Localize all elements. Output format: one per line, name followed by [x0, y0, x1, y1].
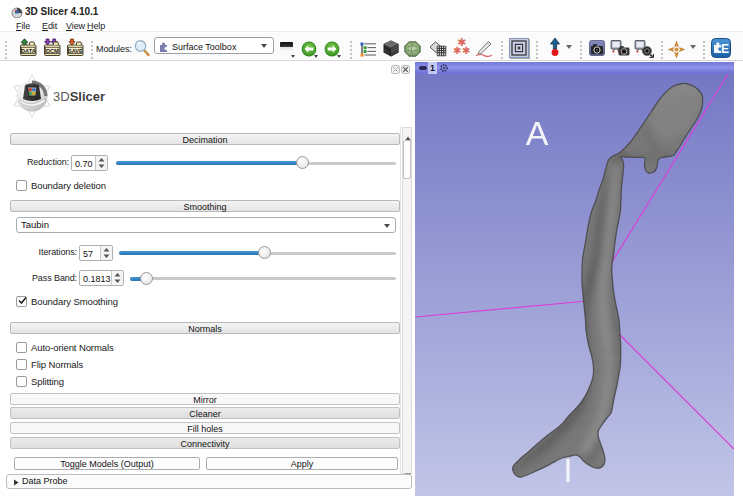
- svg-text:DCM: DCM: [46, 48, 59, 54]
- svg-text:E: E: [721, 42, 729, 56]
- svg-text:3DSlicer: 3DSlicer: [53, 89, 105, 104]
- svg-text:DATA: DATA: [21, 48, 36, 54]
- svg-text:A: A: [526, 114, 549, 152]
- svg-text:I: I: [563, 451, 572, 489]
- svg-text:SAVE: SAVE: [68, 48, 83, 54]
